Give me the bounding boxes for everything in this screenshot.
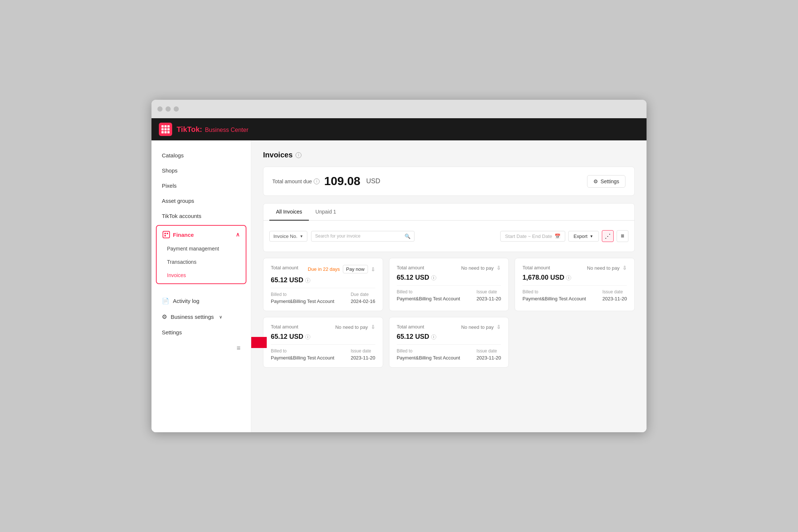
invoice-1-total-label: Total amount [271,265,298,270]
invoice-2-date-col: Issue date 2023-11-20 [477,289,501,301]
invoice-4-info-icon[interactable]: i [305,334,310,340]
pixels-label: Pixels [162,183,177,189]
page-header: Invoices i [263,151,635,159]
finance-header[interactable]: Finance ∧ [157,227,246,242]
traffic-light-fullscreen[interactable] [174,106,179,112]
invoice-2-amount: 65.12 USD i [397,274,501,282]
red-arrow-indicator [251,333,267,352]
sidebar-item-asset-groups[interactable]: Asset groups [151,193,251,208]
sidebar-item-payment-management[interactable]: Payment management [157,242,246,255]
invoice-3-info-icon[interactable]: i [566,275,571,280]
grid-view-icon: ⋰ [605,233,611,240]
list-view-button[interactable]: ≡ [617,230,628,242]
chevron-down-icon: ∨ [219,314,222,320]
titlebar [151,100,647,118]
invoice-card-1: Total amount Due in 22 days Pay now ⇩ 65… [263,258,383,311]
sidebar-item-business-settings[interactable]: ⚙ Business settings ∨ [151,309,251,325]
sidebar-item-invoices[interactable]: Invoices [157,269,246,282]
invoice-4-billed-col: Billed to Payment&Billing Test Account [271,348,334,361]
activity-log-label: Activity log [173,298,200,304]
sidebar-item-catalogs[interactable]: Catalogs [151,148,251,163]
sidebar-item-shops[interactable]: Shops [151,163,251,178]
settings-gear-icon: ⚙ [593,178,598,184]
list-view-icon: ≡ [621,233,624,239]
invoice-3-date-col: Issue date 2023-11-20 [602,289,627,301]
invoice-5-info-icon[interactable]: i [431,334,436,340]
invoice-4-header: Total amount No need to pay ⇩ [271,324,375,330]
amount-currency: USD [366,177,380,185]
invoice-4-download-icon[interactable]: ⇩ [371,324,375,330]
settings-button[interactable]: ⚙ Settings [587,175,625,188]
sidebar-item-settings[interactable]: Settings [151,325,251,340]
invoice-2-header: Total amount No need to pay ⇩ [397,265,501,271]
filter-row: Invoice No. ▼ Search for your invoice 🔍 … [263,226,634,246]
invoice-1-download-icon[interactable]: ⇩ [371,266,375,272]
shops-label: Shops [162,167,178,174]
settings-label: Settings [162,329,182,335]
traffic-light-minimize[interactable] [166,106,171,112]
invoice-card-2: Total amount No need to pay ⇩ 65.12 USD … [389,258,509,311]
tabs-row: All Invoices Unpaid 1 [263,204,634,221]
invoice-1-header: Total amount Due in 22 days Pay now ⇩ [271,265,375,273]
invoice-5-billed-col: Billed to Payment&Billing Test Account [397,348,460,361]
invoice-card-5: Total amount No need to pay ⇩ 65.12 USD … [389,317,509,368]
amount-card: Total amount due i 109.08 USD ⚙ Settings [263,167,635,196]
invoice-4-meta: Billed to Payment&Billing Test Account I… [271,348,375,361]
invoice-3-download-icon[interactable]: ⇩ [623,265,627,271]
invoice-card-4-wrapper: Total amount No need to pay ⇩ 65.12 USD … [263,317,383,368]
sidebar-item-transactions[interactable]: Transactions [157,255,246,269]
search-placeholder: Search for your invoice [315,233,361,239]
invoice-number-filter[interactable]: Invoice No. ▼ [269,231,307,242]
export-button[interactable]: Export ▼ [568,231,599,242]
invoice-1-meta: Billed to Payment&Billing Test Account D… [271,292,375,304]
invoice-1-pay-now[interactable]: Pay now [343,265,368,273]
invoice-5-date-col: Issue date 2023-11-20 [477,348,501,361]
finance-icon [163,231,170,238]
page-info-icon[interactable]: i [296,152,301,158]
finance-label: Finance [173,232,194,238]
invoice-3-total-label: Total amount [522,265,550,270]
sidebar-item-tiktok-accounts[interactable]: TikTok accounts [151,208,251,224]
main-content: Invoices i Total amount due i 109.08 USD… [251,140,647,432]
traffic-light-close[interactable] [157,106,163,112]
invoice-4-date-col: Issue date 2023-11-20 [351,348,375,361]
invoice-2-download-icon[interactable]: ⇩ [497,265,501,271]
invoice-2-info-icon[interactable]: i [431,275,436,280]
invoice-5-header: Total amount No need to pay ⇩ [397,324,501,330]
invoice-2-status: No need to pay [461,265,494,271]
finance-section: Finance ∧ Payment management Transaction… [156,225,246,284]
amount-left: Total amount due i 109.08 USD [272,174,380,188]
invoice-5-download-icon[interactable]: ⇩ [497,324,501,330]
amount-value: 109.08 [324,174,360,188]
invoices-grid: Total amount Due in 22 days Pay now ⇩ 65… [263,258,635,368]
search-box[interactable]: Search for your invoice 🔍 [311,231,415,242]
amount-due-label: Total amount due i [272,178,320,184]
sidebar-item-activity-log[interactable]: 📄 Activity log [151,293,251,309]
invoice-3-status: No need to pay [587,265,620,271]
business-settings-label: Business settings [171,314,214,320]
apps-icon[interactable] [159,123,172,136]
sidebar-item-pixels[interactable]: Pixels [151,178,251,193]
grid-view-button[interactable]: ⋰ [602,230,614,242]
sidebar: Catalogs Shops Pixels Asset groups TikTo… [151,140,251,432]
invoice-1-status: Due in 22 days [308,266,340,272]
amount-info-icon[interactable]: i [314,178,320,184]
tab-unpaid[interactable]: Unpaid 1 [309,204,343,221]
tiktok-accounts-label: TikTok accounts [162,213,201,219]
invoice-5-status: No need to pay [461,324,494,330]
brand-logo: TikTok: Business Center [177,125,248,134]
invoice-1-info-icon[interactable]: i [305,278,310,283]
collapse-sidebar-button[interactable]: ≡ [151,340,251,357]
invoice-4-status: No need to pay [335,324,368,330]
brand-colon: : [200,125,202,133]
invoice-2-total-label: Total amount [397,265,424,270]
invoice-3-meta: Billed to Payment&Billing Test Account I… [522,289,627,301]
tab-all-invoices[interactable]: All Invoices [269,204,309,221]
date-placeholder: Start Date ~ End Date [505,233,552,239]
invoice-card-4: Total amount No need to pay ⇩ 65.12 USD … [263,317,383,368]
invoice-3-header: Total amount No need to pay ⇩ [522,265,627,271]
invoice-3-amount: 1,678.00 USD i [522,274,627,282]
invoice-card-3: Total amount No need to pay ⇩ 1,678.00 U… [515,258,635,311]
dropdown-icon: ▼ [300,234,303,238]
date-picker[interactable]: Start Date ~ End Date 📅 [500,231,565,242]
